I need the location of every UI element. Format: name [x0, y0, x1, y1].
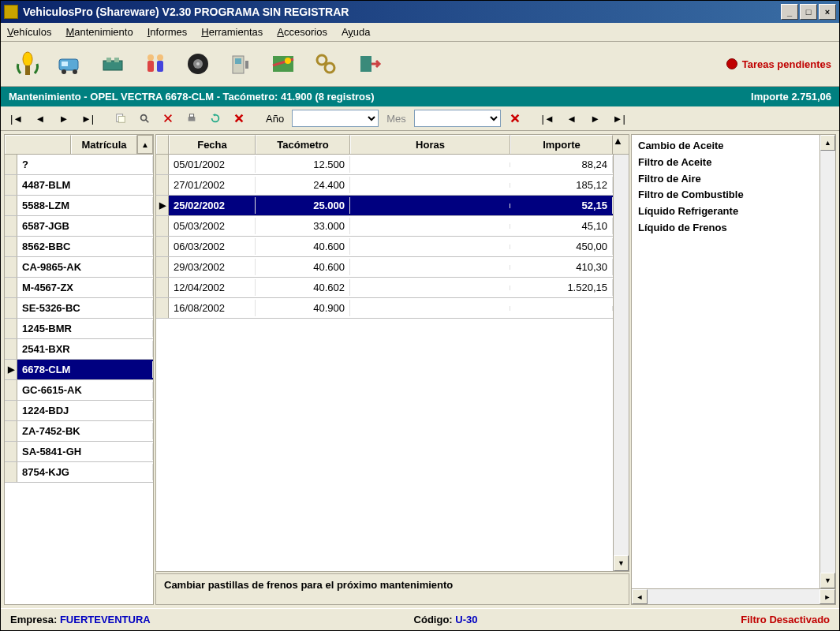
records-scroll-down[interactable]: ▼ — [614, 555, 629, 571]
menu-herramientas[interactable]: Herramientas — [201, 26, 263, 38]
record-row[interactable]: 16/08/200240.900 — [156, 298, 613, 319]
row-marker-icon — [5, 319, 17, 338]
maximize-button[interactable]: □ — [800, 4, 817, 20]
toolbar-tire-icon[interactable] — [179, 47, 217, 81]
row-marker-icon — [5, 278, 17, 297]
nav-copy-button[interactable] — [111, 110, 130, 127]
cell-fecha: 05/01/2002 — [169, 156, 256, 173]
details-scroll-up[interactable]: ▲ — [820, 135, 835, 151]
cell-tacometro: 25.000 — [256, 197, 350, 214]
detail-item[interactable]: Líquido de Frenos — [638, 220, 813, 237]
detail-item[interactable]: Filtro de Combustible — [638, 187, 813, 203]
matricula-row[interactable]: 2541-BXR — [5, 339, 153, 360]
matricula-row[interactable]: 4487-BLM — [5, 175, 153, 196]
details-scroll-left[interactable]: ◄ — [632, 589, 648, 604]
cell-importe: 450,00 — [510, 238, 613, 255]
matricula-row[interactable]: ZA-7452-BK — [5, 421, 153, 442]
svg-point-10 — [157, 54, 163, 61]
svg-point-26 — [141, 115, 147, 121]
cell-tacometro: 40.600 — [256, 238, 350, 255]
toolbar-map-icon[interactable] — [264, 47, 302, 81]
nav-refresh-button[interactable] — [206, 110, 225, 127]
minimize-button[interactable]: _ — [781, 4, 798, 20]
matricula-row[interactable]: CA-9865-AK — [5, 257, 153, 278]
cell-horas — [350, 265, 510, 270]
matricula-row[interactable]: 1245-BMR — [5, 319, 153, 339]
matricula-row[interactable]: ▶6678-CLM — [5, 360, 153, 380]
record-row[interactable]: 05/01/200212.50088,24 — [156, 155, 613, 175]
records-vscroll[interactable]: ▼ — [613, 155, 629, 571]
toolbar-van-icon[interactable] — [51, 47, 89, 81]
cell-importe — [510, 306, 613, 311]
row-marker-icon — [156, 298, 169, 318]
matricula-row[interactable]: 6587-JGB — [5, 216, 153, 237]
matricula-row[interactable]: M-4567-ZX — [5, 278, 153, 298]
detail-item[interactable]: Líquido Refrigerante — [638, 203, 813, 220]
toolbar-exit-icon[interactable] — [349, 47, 387, 81]
record-row[interactable]: 29/03/200240.600410,30 — [156, 257, 613, 278]
nav2-prev-button[interactable]: ◄ — [562, 110, 581, 127]
nav2-first-button[interactable]: |◄ — [539, 110, 558, 127]
details-vscroll[interactable]: ▲ ▼ — [819, 135, 835, 588]
record-row[interactable]: ▶25/02/200225.00052,15 — [156, 196, 613, 216]
nav-prev-button[interactable]: ◄ — [31, 110, 50, 127]
mes-select[interactable] — [414, 110, 501, 127]
nav-delete-button[interactable] — [230, 110, 248, 127]
nav-find-button[interactable] — [135, 110, 154, 127]
nav-last-button[interactable]: ►| — [78, 110, 97, 127]
nav2-next-button[interactable]: ► — [586, 110, 605, 127]
matricula-row[interactable]: 1224-BDJ — [5, 401, 153, 421]
menu-informes[interactable]: Informes — [147, 26, 188, 38]
detail-item[interactable]: Cambio de Aceite — [638, 138, 813, 155]
detail-item[interactable]: Filtro de Aceite — [638, 155, 813, 171]
nav-next-button[interactable]: ► — [54, 110, 73, 127]
svg-rect-25 — [118, 116, 125, 122]
close-button[interactable]: × — [819, 4, 836, 20]
row-marker-icon — [5, 298, 17, 318]
svg-point-22 — [325, 63, 334, 73]
matricula-row[interactable]: SE-5326-BC — [5, 298, 153, 319]
pending-tasks-indicator[interactable]: Tareas pendientes — [726, 58, 831, 70]
records-scroll-up[interactable]: ▲ — [613, 135, 629, 154]
menu-accesorios[interactable]: Accesorios — [277, 26, 327, 38]
details-scroll-right[interactable]: ► — [819, 589, 835, 604]
matricula-cell: 8754-KJG — [17, 464, 153, 480]
nav-clear-filter-button[interactable] — [506, 110, 525, 127]
matricula-row[interactable]: SA-5841-GH — [5, 442, 153, 462]
ano-select[interactable] — [292, 110, 379, 127]
mes-label: Mes — [386, 113, 406, 125]
nav2-last-button[interactable]: ►| — [610, 110, 629, 127]
matricula-row[interactable]: 8562-BBC — [5, 237, 153, 257]
menu-ayuda[interactable]: Ayuda — [342, 26, 371, 38]
menu-mantenimiento[interactable]: Mantenimiento — [65, 26, 133, 38]
toolbar-parts-icon[interactable] — [94, 47, 132, 81]
nav-cancel-button[interactable] — [159, 110, 177, 127]
matricula-cell: 1224-BDJ — [17, 402, 153, 419]
record-row[interactable]: 06/03/200240.600450,00 — [156, 237, 613, 257]
toolbar-fuelpump-icon[interactable] — [222, 47, 259, 81]
matricula-row[interactable]: GC-6615-AK — [5, 380, 153, 401]
matricula-row[interactable]: 8754-KJG — [5, 462, 153, 483]
records-list: 05/01/200212.50088,2427/01/200224.400185… — [156, 155, 613, 571]
details-hscroll[interactable]: ◄ ► — [632, 588, 835, 604]
toolbar-people-icon[interactable] — [136, 47, 174, 81]
matricula-scroll-up[interactable]: ▲ — [137, 135, 153, 154]
record-row[interactable]: 12/04/200240.6021.520,15 — [156, 278, 613, 298]
toolbar-torch-icon[interactable] — [9, 47, 47, 81]
nav-first-button[interactable]: |◄ — [7, 110, 26, 127]
matricula-cell: 4487-BLM — [17, 177, 153, 193]
svg-point-20 — [285, 58, 291, 64]
cell-tacometro: 40.900 — [256, 300, 350, 316]
menu-vehiculos[interactable]: Vehículos — [7, 26, 51, 38]
record-row[interactable]: 27/01/200224.400185,12 — [156, 175, 613, 196]
row-marker-icon — [5, 237, 17, 256]
matricula-row[interactable]: ? — [5, 155, 153, 175]
toolbar-gears-icon[interactable] — [307, 47, 345, 81]
nav-print-button[interactable] — [182, 110, 201, 127]
row-marker-icon — [5, 257, 17, 277]
cell-fecha: 05/03/2002 — [169, 218, 256, 234]
matricula-row[interactable]: 5588-LZM — [5, 196, 153, 216]
detail-item[interactable]: Filtro de Aire — [638, 171, 813, 188]
details-scroll-down[interactable]: ▼ — [820, 573, 835, 588]
record-row[interactable]: 05/03/200233.00045,10 — [156, 216, 613, 237]
